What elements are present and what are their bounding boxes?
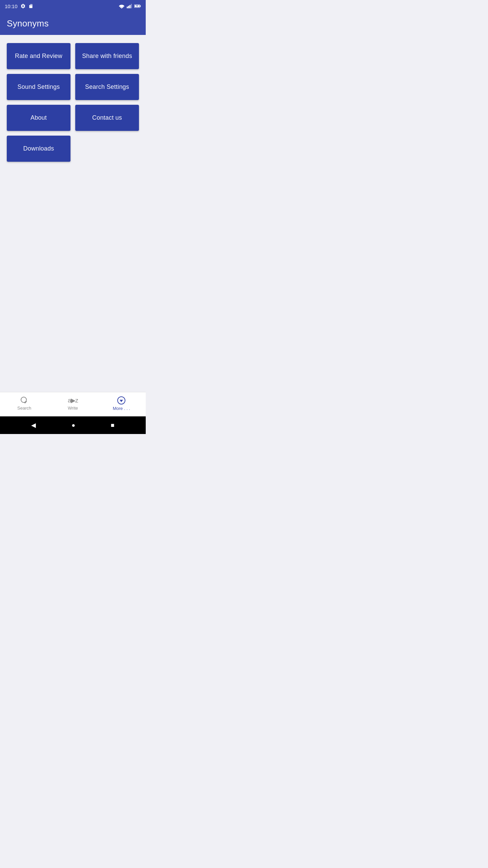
- nav-item-more[interactable]: More . . .: [97, 396, 146, 411]
- more-icon: [117, 396, 125, 405]
- battery-icon: [134, 4, 141, 8]
- main-content: Rate and Review Share with friends Sound…: [0, 35, 146, 392]
- home-button[interactable]: ●: [72, 422, 75, 429]
- status-time: 10:10: [5, 3, 18, 9]
- android-nav-bar: ◀ ● ■: [0, 416, 146, 434]
- about-button[interactable]: About: [7, 105, 70, 131]
- svg-rect-6: [140, 5, 141, 7]
- button-grid: Rate and Review Share with friends Sound…: [7, 43, 139, 162]
- nav-item-search[interactable]: Search: [0, 397, 48, 411]
- gear-icon: [20, 3, 26, 9]
- contact-us-button[interactable]: Contact us: [75, 105, 139, 131]
- signal-icon: [127, 4, 132, 8]
- svg-rect-4: [131, 4, 132, 8]
- status-bar: 10:10: [0, 0, 146, 12]
- sound-settings-button[interactable]: Sound Settings: [7, 74, 70, 100]
- back-button[interactable]: ◀: [31, 421, 36, 429]
- nav-item-write[interactable]: a▶z Write: [48, 397, 97, 411]
- app-title: Synonyms: [7, 18, 139, 29]
- svg-point-0: [121, 8, 122, 9]
- app-bar: Synonyms: [0, 12, 146, 35]
- search-settings-button[interactable]: Search Settings: [75, 74, 139, 100]
- status-left: 10:10: [5, 3, 33, 9]
- more-icon-inner: [120, 400, 123, 402]
- nav-label-more: More . . .: [113, 406, 130, 411]
- downloads-button[interactable]: Downloads: [7, 136, 70, 162]
- recent-button[interactable]: ■: [111, 422, 115, 429]
- rate-review-button[interactable]: Rate and Review: [7, 43, 70, 69]
- status-icons: [119, 4, 141, 8]
- search-icon: [21, 397, 28, 404]
- nav-label-search: Search: [17, 406, 31, 411]
- write-icon: a▶z: [68, 397, 78, 404]
- svg-rect-2: [128, 6, 129, 8]
- share-friends-button[interactable]: Share with friends: [75, 43, 139, 69]
- wifi-icon: [119, 4, 125, 8]
- bottom-nav: Search a▶z Write More . . .: [0, 392, 146, 416]
- sd-card-icon: [28, 3, 33, 9]
- svg-rect-1: [127, 7, 128, 8]
- nav-label-write: Write: [68, 406, 78, 411]
- svg-rect-3: [129, 5, 130, 8]
